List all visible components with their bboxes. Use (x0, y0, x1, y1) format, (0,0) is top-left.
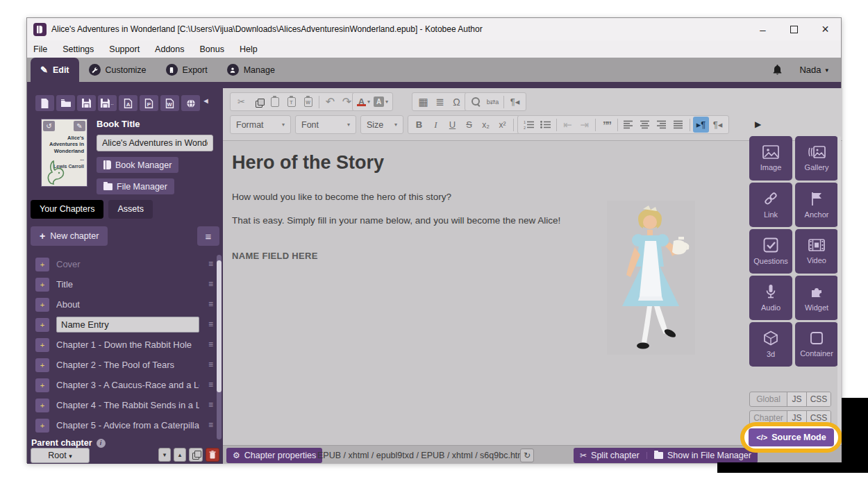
menu-support[interactable]: Support (109, 44, 140, 54)
panel-scrollbar[interactable] (837, 136, 841, 439)
chapter-row-name-entry[interactable]: + ≡ (27, 315, 223, 334)
maximize-button[interactable] (778, 18, 810, 40)
table-icon[interactable]: ▦ (415, 94, 431, 110)
drag-handle-icon[interactable]: ≡ (208, 301, 213, 308)
tab-edit[interactable]: ✎ Edit (31, 58, 79, 82)
chapter-row-about[interactable]: + About ≡ (27, 295, 223, 314)
insert-container-button[interactable]: Container (795, 322, 838, 367)
file-manager-button[interactable]: File Manager (97, 178, 174, 194)
paste-from-word-icon[interactable]: W (300, 94, 316, 110)
new-file-button[interactable] (35, 95, 54, 111)
drag-handle-icon[interactable]: ≡ (208, 261, 213, 267)
menu-bonus[interactable]: Bonus (200, 44, 224, 54)
show-in-file-manager-button[interactable]: Show in File Manager (648, 448, 758, 463)
expand-chapter-button[interactable]: + (35, 338, 49, 352)
expand-chapter-button[interactable]: + (35, 298, 49, 312)
insert-image-button[interactable]: Image (749, 136, 792, 181)
chapter-row-5[interactable]: + Chapter 5 - Advice from a Caterpillar … (27, 416, 223, 435)
chapter-row-2[interactable]: + Chapter 2 - The Pool of Tears ≡ (27, 355, 223, 374)
insert-anchor-button[interactable]: Anchor (795, 183, 838, 227)
align-justify-icon[interactable] (671, 117, 687, 133)
show-blocks-icon[interactable]: ¶◂ (507, 94, 523, 110)
collapse-sidebar-icon[interactable]: ◄ (202, 97, 210, 105)
indent-icon[interactable]: ⇥ (576, 117, 592, 133)
background-color-button[interactable]: A ▾ (372, 94, 390, 110)
chapter-rename-input[interactable] (56, 317, 199, 333)
undo-icon[interactable]: ↶ (322, 94, 338, 110)
chapter-row-cover[interactable]: + Cover ≡ (27, 255, 223, 274)
menu-addons[interactable]: Addons (155, 44, 184, 54)
find-replace-icon[interactable]: b⇄a (485, 94, 501, 110)
menu-settings[interactable]: Settings (62, 44, 94, 54)
paste-icon[interactable] (267, 94, 283, 110)
expand-chapter-button[interactable]: + (35, 258, 49, 271)
insert-widget-button[interactable]: Widget (795, 276, 838, 320)
blockquote-icon[interactable]: ”” (599, 117, 615, 133)
paste-as-text-icon[interactable]: T (283, 94, 299, 110)
text-color-button[interactable]: A ▾ (356, 94, 372, 110)
insert-gallery-button[interactable]: Gallery (795, 136, 838, 181)
drag-handle-icon[interactable]: ≡ (208, 422, 213, 428)
expand-chapter-button[interactable]: + (35, 378, 49, 392)
subscript-button[interactable]: x₂ (478, 117, 494, 133)
bullet-list-icon[interactable] (537, 117, 553, 133)
expand-chapter-button[interactable]: + (35, 399, 49, 412)
tab-export[interactable]: Export (156, 58, 217, 82)
expand-chapter-button[interactable]: + (35, 419, 49, 433)
bold-button[interactable]: B (411, 117, 427, 133)
size-select[interactable]: Size ▾ (360, 115, 403, 134)
superscript-button[interactable]: x² (494, 117, 510, 133)
menu-file[interactable]: File (33, 44, 47, 54)
underline-button[interactable]: U (444, 117, 460, 133)
text-direction-rtl-button[interactable]: ¶◂ (710, 117, 726, 133)
global-js-button[interactable]: JS (787, 392, 806, 406)
tab-assets[interactable]: Assets (108, 200, 153, 219)
chapter-row-1[interactable]: + Chapter 1 - Down the Rabbit Hole ≡ (27, 335, 223, 354)
user-account-menu[interactable]: Nada ▾ (799, 65, 828, 75)
export-pdf-button[interactable]: A (119, 95, 137, 111)
font-select[interactable]: Font ▾ (295, 115, 356, 134)
edit-cover-icon[interactable]: ✎ (74, 121, 85, 131)
chapter-options-icon[interactable]: ≡ (197, 226, 219, 246)
refresh-cover-icon[interactable]: ↺ (43, 121, 55, 131)
new-chapter-button[interactable]: + New chapter (31, 226, 108, 246)
align-left-icon[interactable] (621, 117, 637, 133)
notifications-bell-icon[interactable] (772, 64, 783, 76)
italic-button[interactable]: I (428, 117, 444, 133)
save-as-button[interactable]: .. (98, 95, 117, 111)
drag-handle-icon[interactable]: ≡ (208, 402, 213, 408)
move-chapter-up-button[interactable]: ▴ (174, 448, 186, 462)
align-right-icon[interactable] (654, 117, 670, 133)
export-web-button[interactable] (181, 95, 200, 111)
horizontal-rule-icon[interactable]: ≣ (432, 94, 448, 110)
open-folder-button[interactable] (56, 95, 75, 111)
drag-handle-icon[interactable]: ≡ (208, 382, 213, 388)
chapter-row-4[interactable]: + Chapter 4 - The Rabbit Sends in a Litt… (27, 396, 223, 414)
expand-chapter-button[interactable]: + (35, 358, 49, 372)
global-css-button[interactable]: CSS (806, 392, 831, 406)
strikethrough-button[interactable]: S (461, 117, 477, 133)
book-title-input[interactable] (97, 135, 213, 151)
text-direction-ltr-button[interactable]: ▸¶ (693, 117, 709, 133)
align-center-icon[interactable] (637, 117, 653, 133)
outdent-icon[interactable]: ⇤ (560, 117, 576, 133)
drag-handle-icon[interactable]: ≡ (208, 362, 213, 368)
expand-chapter-button[interactable]: + (35, 318, 49, 332)
alice-image[interactable] (607, 201, 695, 355)
insert-3d-button[interactable]: 3d (749, 322, 792, 367)
copy-icon[interactable] (250, 94, 266, 110)
menu-help[interactable]: Help (240, 44, 258, 54)
drag-handle-icon[interactable]: ≡ (208, 281, 213, 287)
drag-handle-icon[interactable]: ≡ (208, 321, 213, 328)
close-button[interactable]: × (810, 18, 841, 40)
move-chapter-down-button[interactable]: ▾ (158, 448, 171, 462)
delete-chapter-button[interactable] (206, 448, 219, 462)
insert-link-button[interactable]: Link (749, 183, 792, 227)
more-toolbar-icon[interactable]: ▶ (755, 119, 761, 129)
refresh-icon[interactable]: ↻ (520, 449, 534, 462)
insert-questions-button[interactable]: Questions (749, 229, 792, 274)
tab-customize[interactable]: Customize (79, 58, 156, 82)
tab-manage[interactable]: Manage (217, 58, 285, 82)
source-mode-button[interactable]: </> Source Mode (749, 428, 834, 446)
chapter-scrollbar[interactable] (217, 255, 222, 439)
